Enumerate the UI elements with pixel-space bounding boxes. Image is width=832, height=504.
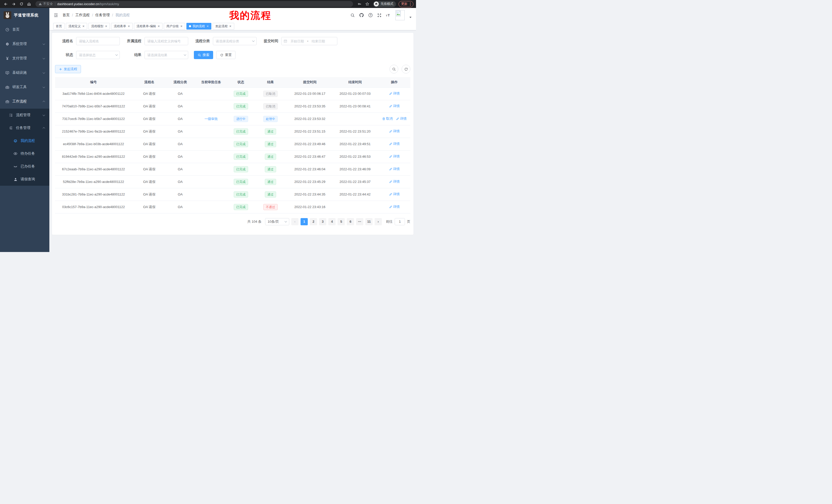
page-button-2[interactable]: 2	[310, 218, 317, 225]
sidebar-item-home[interactable]: 首页	[0, 22, 49, 37]
bookmark-star-icon[interactable]	[364, 1, 370, 7]
tab-close-icon[interactable]: ✕	[158, 25, 160, 28]
breadcrumb-task-mgmt[interactable]: 任务管理	[95, 13, 110, 18]
back-icon[interactable]	[3, 1, 9, 7]
page-button-6[interactable]: 6	[347, 218, 354, 225]
show-search-button[interactable]	[390, 65, 398, 74]
process-name-input[interactable]	[76, 37, 120, 45]
security-indicator[interactable]: 不安全	[38, 2, 53, 6]
current-task-link[interactable]: 一级审批	[204, 117, 218, 121]
goto-page-input[interactable]	[395, 218, 405, 225]
reset-button[interactable]: 重置	[216, 51, 235, 59]
sidebar-item-workflow[interactable]: 工作流程	[0, 94, 49, 109]
category-select[interactable]	[213, 37, 257, 45]
page-button-1[interactable]: 1	[301, 218, 308, 225]
tab-close-icon[interactable]: ✕	[82, 25, 85, 28]
tab-process-form[interactable]: 流程表单✕	[111, 23, 132, 30]
refresh-button[interactable]	[401, 65, 410, 74]
detail-action[interactable]: 详情	[389, 204, 400, 209]
address-bar[interactable]: 不安全 dashboard.yudao.iocoder.cn/bpm/task/…	[35, 1, 353, 7]
status-select[interactable]	[76, 51, 120, 59]
eye-icon	[14, 151, 18, 156]
user-avatar[interactable]	[395, 10, 405, 20]
sidebar-collapse-icon[interactable]	[53, 13, 58, 18]
app-logo-row[interactable]: 芋道管理系统	[0, 8, 49, 22]
page-ellipsis[interactable]: •••	[356, 218, 363, 225]
help-icon[interactable]: ?	[368, 13, 373, 18]
action-label: 详情	[400, 116, 407, 121]
sidebar-item-todo-tasks[interactable]: 待办任务	[0, 147, 49, 160]
tab-process-form-edit[interactable]: 流程表单-编辑✕	[134, 23, 162, 30]
tab-process-model[interactable]: 流程模型✕	[88, 23, 110, 30]
breadcrumb-workflow[interactable]: 工作流程	[75, 13, 90, 18]
next-page-button[interactable]: ›	[374, 218, 382, 225]
sidebar-item-infra[interactable]: 基础设施	[0, 65, 49, 80]
cancel-action[interactable]: 取消	[382, 116, 393, 121]
tab-my-process[interactable]: 我的流程✕	[186, 23, 211, 30]
cell-status: 已完成	[229, 125, 253, 138]
detail-action[interactable]: 详情	[389, 154, 400, 159]
date-end-input[interactable]	[309, 39, 328, 43]
detail-action[interactable]: 详情	[389, 91, 400, 96]
font-size-icon[interactable]: TT	[386, 13, 391, 17]
search-icon[interactable]	[350, 13, 355, 18]
category-label: 流程分类	[194, 39, 210, 44]
detail-action[interactable]: 详情	[396, 116, 407, 121]
result-badge: 通过	[265, 179, 276, 185]
sidebar-item-leave-query[interactable]: 请假查询	[0, 173, 49, 186]
sidebar-item-payment[interactable]: 支付管理	[0, 51, 49, 65]
table-toolbar: 发起流程	[55, 65, 410, 74]
page-size-select[interactable]: 10条/页	[265, 218, 289, 225]
key-icon[interactable]	[356, 1, 363, 7]
tab-close-icon[interactable]: ✕	[105, 25, 107, 28]
page-button-5[interactable]: 5	[338, 218, 345, 225]
tab-close-icon[interactable]: ✕	[180, 25, 183, 28]
result-select[interactable]	[145, 51, 188, 59]
breadcrumb-home[interactable]: 首页	[62, 13, 70, 18]
parent-process-input[interactable]	[145, 37, 188, 45]
tab-user-group[interactable]: 用户分组✕	[164, 23, 185, 30]
cell-submit-time: 2022-01-22 23:44:35	[288, 188, 332, 201]
sidebar-item-my-process[interactable]: 我的流程	[0, 134, 49, 147]
detail-action[interactable]: 详情	[389, 192, 400, 197]
tab-close-icon[interactable]: ✕	[128, 25, 130, 28]
forward-icon[interactable]	[10, 1, 17, 7]
action-label: 详情	[393, 179, 400, 184]
prev-page-button[interactable]: ‹	[291, 218, 298, 225]
detail-action[interactable]: 详情	[389, 167, 400, 171]
detail-action[interactable]: 详情	[389, 129, 400, 134]
tab-home[interactable]: 首页	[53, 23, 64, 30]
sidebar-item-task-mgmt[interactable]: 任务管理	[0, 121, 49, 134]
github-icon[interactable]	[359, 13, 364, 18]
submit-time-range-picker[interactable]: -	[281, 37, 337, 45]
page-button-11[interactable]: 11	[365, 218, 372, 225]
cell-result: 处理中	[253, 113, 288, 125]
fullscreen-icon[interactable]	[377, 13, 382, 18]
tab-start-process[interactable]: 发起流程✕	[213, 23, 234, 30]
date-start-input[interactable]	[288, 39, 307, 43]
result-badge: 通过	[265, 141, 276, 147]
update-button[interactable]: 更新	[398, 1, 413, 7]
avatar-caret-icon[interactable]	[409, 17, 412, 19]
sidebar-item-system[interactable]: 系统管理	[0, 37, 49, 51]
page-button-3[interactable]: 3	[319, 218, 326, 225]
sidebar-item-devtools[interactable]: 研发工具	[0, 80, 49, 94]
detail-action[interactable]: 详情	[389, 104, 400, 108]
reload-icon[interactable]	[18, 1, 25, 7]
sidebar-item-done-tasks[interactable]: 已办任务	[0, 160, 49, 173]
tab-close-icon[interactable]: ✕	[206, 25, 209, 28]
home-icon[interactable]	[26, 1, 32, 7]
detail-action[interactable]: 详情	[389, 142, 400, 146]
kebab-menu-icon[interactable]	[410, 2, 411, 6]
sidebar-item-process-mgmt[interactable]: 流程管理	[0, 109, 49, 121]
pagination-goto: 前往 页	[386, 218, 410, 225]
start-process-button[interactable]: 发起流程	[55, 65, 81, 73]
page-button-4[interactable]: 4	[328, 218, 336, 225]
tab-close-icon[interactable]: ✕	[229, 25, 231, 28]
cell-end-time: 2022-01-22 23:46:09	[332, 163, 378, 175]
tab-process-definition[interactable]: 流程定义✕	[66, 23, 87, 30]
search-button[interactable]: 搜索	[194, 51, 213, 59]
yen-icon	[5, 57, 9, 60]
cell-actions: 详情	[378, 163, 410, 175]
detail-action[interactable]: 详情	[389, 179, 400, 184]
